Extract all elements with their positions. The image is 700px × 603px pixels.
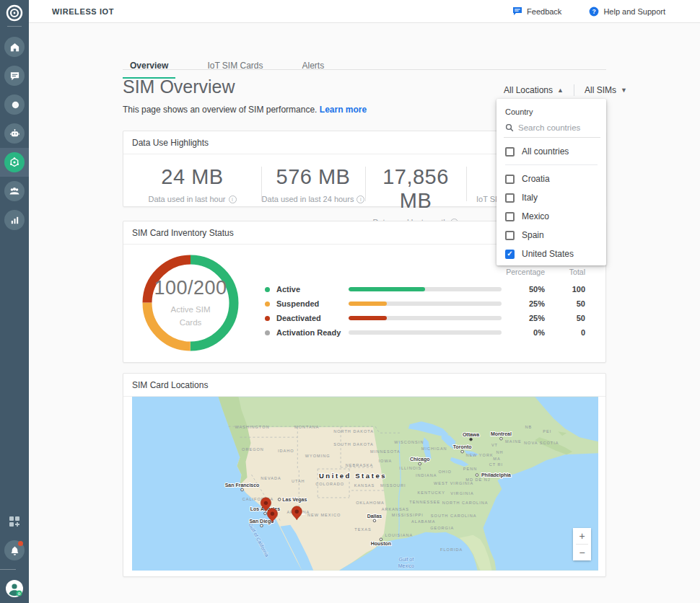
map-zoom-in-button[interactable]: + xyxy=(573,528,591,544)
locations-filter-button[interactable]: All Locations ▲ xyxy=(499,82,568,98)
checkbox-icon[interactable] xyxy=(505,193,515,203)
percentage-column-header: Percentage xyxy=(502,268,545,276)
donut-caption: Active SIM Cards xyxy=(159,304,222,329)
stat-2: 576 MBData used in last 24 hoursi xyxy=(261,164,365,226)
map-state-label: MAINE xyxy=(505,439,522,444)
map-state-label: NORTH DAKOTA xyxy=(333,429,374,433)
learn-more-link[interactable]: Learn more xyxy=(320,105,367,115)
map-state-label: GEORGIA xyxy=(430,526,454,530)
total-column-header: Total xyxy=(545,268,585,276)
tab-overview[interactable]: Overview xyxy=(123,56,175,79)
country-option-united-states[interactable]: ✓United States xyxy=(496,245,606,263)
top-bar: WIRELESS IOT Feedback ? Help and Support xyxy=(29,0,700,23)
inventory-row-suspended: Suspended25%50 xyxy=(265,296,597,311)
map-state-label: SOUTH CAROLINA xyxy=(431,514,477,518)
status-percentage: 50% xyxy=(502,285,545,294)
inventory-row-activation-ready: Activation Ready0%0 xyxy=(265,325,597,340)
country-option-label: Italy xyxy=(522,193,538,203)
divider xyxy=(574,84,574,96)
stat-value: 17,856 MB xyxy=(365,165,466,213)
filter-bar: All Locations ▲ All SIMs ▼ xyxy=(499,82,631,98)
checkbox-checked-icon[interactable]: ✓ xyxy=(505,250,515,259)
country-option-spain[interactable]: Spain xyxy=(496,226,606,245)
map-state-label: VIRGINIA xyxy=(450,491,473,496)
sim-locations-map[interactable]: WASHINGTONOREGONIDAHOMONTANANORTH DAKOTA… xyxy=(132,397,598,571)
map-state-label: NEW YORK xyxy=(465,453,493,457)
country-option-label: Mexico xyxy=(522,211,549,221)
app-title: WIRELESS IOT xyxy=(52,7,114,16)
map-state-label: ILLINOIS xyxy=(399,466,421,470)
checkbox-icon[interactable] xyxy=(505,231,515,240)
status-bar xyxy=(349,316,502,320)
notification-badge xyxy=(18,541,23,546)
inventory-donut-chart: 100/200 Active SIM Cards xyxy=(136,249,245,357)
status-bar-fill xyxy=(349,287,425,291)
map-state-label: MISSOURI xyxy=(380,483,406,488)
country-option-italy[interactable]: Italy xyxy=(496,188,606,207)
home-icon[interactable] xyxy=(4,37,25,57)
map-state-label: NEW MEXICO xyxy=(307,513,341,517)
map-zoom-out-button[interactable]: − xyxy=(573,545,591,560)
messages-icon[interactable] xyxy=(4,66,25,86)
map-state-label: TEXAS xyxy=(354,527,371,532)
status-total: 50 xyxy=(545,314,585,322)
notifications-icon[interactable] xyxy=(4,540,25,560)
map-city-label: Ottawa xyxy=(463,432,479,437)
country-option-mexico[interactable]: Mexico xyxy=(496,207,606,226)
stat-label: Data used in last houri xyxy=(123,195,261,203)
reports-icon[interactable] xyxy=(4,210,25,230)
map-water-label: Mexico xyxy=(398,563,414,568)
apps-icon[interactable] xyxy=(4,511,25,532)
map-city-label: Montreal xyxy=(491,431,512,436)
info-icon[interactable]: i xyxy=(356,195,364,203)
iot-network-icon[interactable] xyxy=(4,152,25,172)
brand-logo-icon[interactable] xyxy=(3,3,26,23)
tab-iot-sim-cards[interactable]: IoT SIM Cards xyxy=(200,56,270,79)
checkbox-icon[interactable] xyxy=(505,212,515,221)
tab-alerts[interactable]: Alerts xyxy=(295,56,332,79)
country-option-all-countries[interactable]: All countries xyxy=(496,142,606,161)
map-city-label: Las Vegas xyxy=(282,497,307,503)
country-search-input[interactable] xyxy=(518,123,598,132)
contacts-icon[interactable] xyxy=(4,94,25,115)
help-icon: ? xyxy=(589,6,599,17)
help-support-button[interactable]: ? Help and Support xyxy=(589,6,665,17)
status-percentage: 25% xyxy=(502,314,545,322)
card-title: SIM Card Locations xyxy=(123,374,605,397)
account-icon[interactable]: ⚙ xyxy=(4,578,25,599)
bot-icon[interactable] xyxy=(4,123,25,144)
map-state-label: LOUISIANA xyxy=(385,533,413,537)
rail-bottom-icons: ⚙ xyxy=(0,507,29,603)
country-search[interactable] xyxy=(504,120,600,138)
map-state-label: UTAH xyxy=(292,479,305,483)
status-percentage: 0% xyxy=(502,328,545,337)
map-state-label: PENN xyxy=(463,467,478,471)
stat-value: 576 MB xyxy=(261,165,365,190)
map-state-label: ARKANSAS xyxy=(382,507,409,511)
map-city-label: Chicago xyxy=(410,457,430,462)
dropdown-group-label: Country xyxy=(496,105,606,120)
map-state-label: ALABAMA xyxy=(411,519,435,524)
users-icon[interactable] xyxy=(4,181,25,201)
checkbox-icon[interactable] xyxy=(505,147,515,157)
map-state-label: TENNESSEE xyxy=(409,500,440,504)
map-state-label: MD DE NJ xyxy=(465,477,490,482)
main-content: OverviewIoT SIM CardsAlerts SIM Overview… xyxy=(29,23,700,603)
chevron-up-icon: ▲ xyxy=(557,87,564,94)
map-city-label: Toronto xyxy=(453,444,472,449)
feedback-button[interactable]: Feedback xyxy=(512,6,561,16)
inventory-table: Percentage Total Active50%100Suspended25… xyxy=(265,266,597,340)
map-country-label: United States xyxy=(319,472,387,480)
status-dot xyxy=(265,316,270,321)
country-option-croatia[interactable]: Croatia xyxy=(496,170,606,188)
left-navigation-rail: ⚙ xyxy=(0,0,29,603)
status-bar-fill xyxy=(349,316,387,320)
map-state-label: MONTANA xyxy=(294,425,319,429)
country-option-label: United States xyxy=(522,249,574,259)
rail-item-notifications xyxy=(0,536,29,565)
checkbox-icon[interactable] xyxy=(505,175,515,184)
country-option-label: Spain xyxy=(522,230,544,240)
info-icon[interactable]: i xyxy=(229,195,237,203)
sims-filter-button[interactable]: All SIMs ▼ xyxy=(580,82,631,98)
map-state-label: OREGON xyxy=(242,447,264,452)
